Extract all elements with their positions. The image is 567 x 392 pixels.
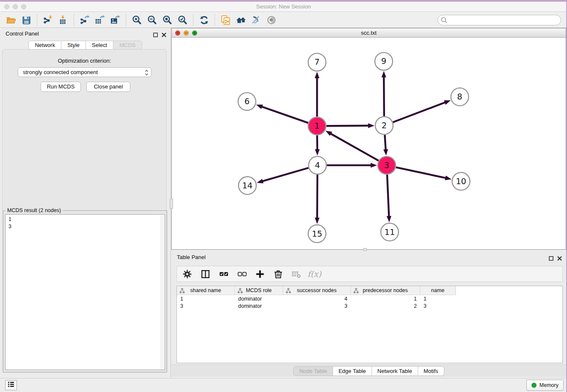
splitter-grip-vertical[interactable] xyxy=(170,199,173,209)
tab-motifs[interactable]: Motifs xyxy=(418,366,444,376)
toolbar-separator xyxy=(193,14,193,26)
select-all-button[interactable] xyxy=(217,268,229,280)
column-header-name[interactable]: name xyxy=(420,286,456,295)
zoom-fit-button[interactable] xyxy=(160,14,175,27)
open-session-button[interactable] xyxy=(3,14,19,27)
mcds-result-title: MCDS result (2 nodes) xyxy=(6,207,63,213)
export-image-button[interactable] xyxy=(107,14,123,27)
export-table-button[interactable] xyxy=(92,14,107,27)
columns-button[interactable] xyxy=(199,268,211,280)
toolbar-separator xyxy=(215,14,215,26)
tab-select[interactable]: Select xyxy=(86,41,113,50)
function-builder-label: f(x) xyxy=(308,269,322,279)
zoom-in-button[interactable] xyxy=(129,14,144,27)
edge-1-6[interactable] xyxy=(261,107,308,123)
delete-table-button[interactable] xyxy=(290,268,302,280)
tab-node-table[interactable]: Node Table xyxy=(293,366,333,376)
zoom-out-button[interactable] xyxy=(144,14,160,27)
column-header-label: name xyxy=(431,287,444,293)
network-canvas-svg: 7968124314101511 xyxy=(172,38,566,249)
network-window-titlebar[interactable]: scc.txt xyxy=(172,28,566,38)
toolbar-separator xyxy=(74,14,74,26)
minimize-window-button[interactable] xyxy=(13,4,18,9)
add-row-button[interactable] xyxy=(254,268,266,280)
control-panel-tabs: NetworkStyleSelectMCDS xyxy=(0,41,171,50)
task-history-button[interactable] xyxy=(5,380,17,390)
node-table[interactable]: shared nameMCDS rolesuccessor nodesprede… xyxy=(176,286,563,363)
zoom-selected-button[interactable] xyxy=(175,14,190,27)
function-button[interactable]: f(x) xyxy=(308,268,320,280)
result-scrollbar[interactable] xyxy=(160,215,164,369)
close-panel-button[interactable]: Close panel xyxy=(86,82,130,92)
table-cell[interactable]: 2 xyxy=(351,303,420,309)
tab-edge-table[interactable]: Edge Table xyxy=(333,366,372,376)
control-panel: Control Panel NetworkStyleSelectMCDS Opt… xyxy=(0,28,171,378)
edge-arrow-2-8 xyxy=(444,100,451,105)
delete-row-button[interactable] xyxy=(272,268,284,280)
deselect-all-button[interactable] xyxy=(236,268,248,280)
table-cell[interactable]: 4 xyxy=(283,296,351,302)
tab-mcds[interactable]: MCDS xyxy=(113,41,142,50)
settings-button[interactable] xyxy=(181,268,193,280)
show-panel-button[interactable] xyxy=(264,14,279,27)
run-mcds-button[interactable]: Run MCDS xyxy=(41,82,81,92)
column-header-predecessor-nodes[interactable]: predecessor nodes xyxy=(351,286,420,295)
table-cell[interactable]: 3 xyxy=(177,303,235,309)
search-icon xyxy=(440,17,448,25)
edge-2-9[interactable] xyxy=(384,77,384,116)
edge-3-10[interactable] xyxy=(396,167,446,178)
column-header-shared-name[interactable]: shared name xyxy=(177,286,235,295)
app-titlebar: Session: New Session xyxy=(0,2,567,12)
table-row[interactable]: 1dominator411 xyxy=(177,295,562,302)
column-header-successor-nodes[interactable]: successor nodes xyxy=(283,286,351,295)
criterion-dropdown[interactable]: strongly connected component xyxy=(18,67,151,77)
splitter-grip-horizontal[interactable] xyxy=(363,248,367,251)
edge-arrow-1-6 xyxy=(256,105,263,109)
column-header-label: predecessor nodes xyxy=(363,287,407,293)
close-panel-icon[interactable] xyxy=(162,31,166,39)
tab-network[interactable]: Network xyxy=(28,41,61,50)
mcds-result-box[interactable]: 13 xyxy=(5,214,165,370)
edge-3-1[interactable] xyxy=(330,133,379,160)
node-label-14: 14 xyxy=(242,181,253,190)
float-panel-icon[interactable] xyxy=(153,31,158,39)
table-cell[interactable]: 1 xyxy=(351,296,420,302)
network-close-button[interactable] xyxy=(175,30,180,36)
export-network-button[interactable] xyxy=(77,14,92,27)
table-row[interactable]: 3dominator323 xyxy=(177,302,562,309)
table-cell[interactable]: 3 xyxy=(283,303,351,309)
edge-arrow-2-3 xyxy=(383,149,388,155)
memory-button[interactable]: Memory xyxy=(526,380,564,391)
edge-2-3[interactable] xyxy=(385,135,385,150)
hide-panel-button[interactable] xyxy=(248,14,264,27)
edge-arrow-3-10 xyxy=(445,176,451,180)
search-field[interactable] xyxy=(438,15,561,25)
tab-style[interactable]: Style xyxy=(61,41,86,50)
home-button[interactable] xyxy=(233,14,248,27)
edge-1-2[interactable] xyxy=(326,126,369,126)
network-canvas[interactable]: 7968124314101511 xyxy=(172,38,566,249)
edge-3-11[interactable] xyxy=(387,174,389,217)
table-cell[interactable]: 1 xyxy=(177,296,235,302)
edge-2-8[interactable] xyxy=(393,102,446,122)
tab-network-table[interactable]: Network Table xyxy=(372,366,418,376)
table-cell[interactable]: dominator xyxy=(235,303,283,309)
import-table-button[interactable] xyxy=(55,14,71,27)
column-header-MCDS-role[interactable]: MCDS role xyxy=(235,286,283,295)
import-network-button[interactable] xyxy=(40,14,55,27)
close-table-panel-icon[interactable] xyxy=(557,255,562,262)
edge-4-14[interactable] xyxy=(262,168,308,181)
refresh-button[interactable] xyxy=(196,14,212,27)
network-minimize-button[interactable] xyxy=(184,30,189,36)
table-cell[interactable]: 3 xyxy=(420,303,456,309)
clone-network-button[interactable] xyxy=(218,14,233,27)
edge-4-15[interactable] xyxy=(317,174,317,218)
table-cell[interactable]: 1 xyxy=(420,296,456,302)
float-table-panel-icon[interactable] xyxy=(549,255,553,262)
zoom-window-button[interactable] xyxy=(21,4,26,9)
search-input[interactable] xyxy=(438,15,561,25)
close-window-button[interactable] xyxy=(4,4,9,9)
save-session-button[interactable] xyxy=(19,14,34,27)
network-maximize-button[interactable] xyxy=(192,30,197,36)
table-cell[interactable]: dominator xyxy=(235,296,283,302)
